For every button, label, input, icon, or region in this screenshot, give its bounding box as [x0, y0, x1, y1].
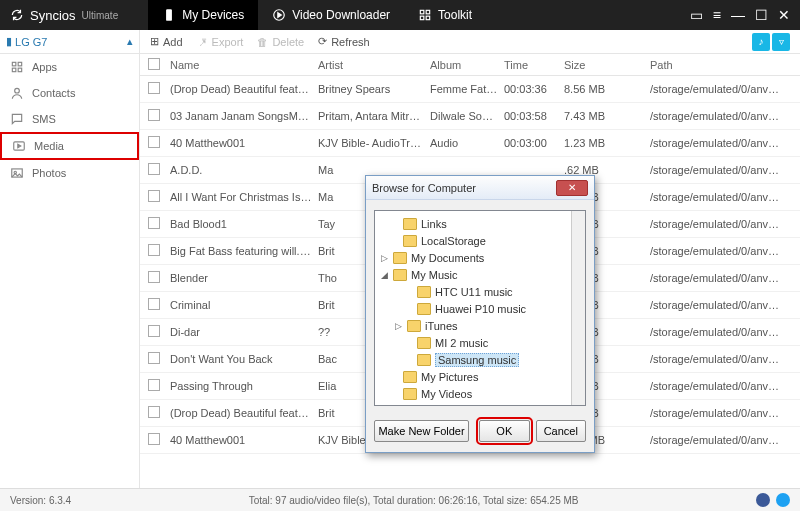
- tree-node-links[interactable]: Links: [377, 215, 583, 232]
- tree-node-mymusic[interactable]: ◢My Music: [377, 266, 583, 283]
- tree-node-htc[interactable]: HTC U11 music: [377, 283, 583, 300]
- tree-node-mydocuments[interactable]: ▷My Documents: [377, 249, 583, 266]
- tree-scrollbar[interactable]: [571, 211, 585, 405]
- music-view-icon[interactable]: ♪: [752, 33, 770, 51]
- social-icons: [756, 493, 790, 507]
- row-checkbox[interactable]: [148, 136, 160, 148]
- collapse-icon[interactable]: ◢: [379, 270, 389, 280]
- tree-node-savedgames[interactable]: ▷Saved Games: [377, 402, 583, 406]
- folder-icon: [407, 320, 421, 332]
- row-checkbox[interactable]: [148, 379, 160, 391]
- table-row[interactable]: 03 Janam Janam SongsMp3.ComPritam, Antar…: [140, 103, 800, 130]
- ok-button[interactable]: OK: [479, 420, 529, 442]
- dialog-titlebar[interactable]: Browse for Computer ✕: [366, 176, 594, 200]
- col-time[interactable]: Time: [504, 59, 564, 71]
- row-checkbox[interactable]: [148, 217, 160, 229]
- tree-node-localstorage[interactable]: LocalStorage: [377, 232, 583, 249]
- window-controls: ▭ ≡ — ☐ ✕: [690, 7, 790, 23]
- video-view-icon[interactable]: ▿: [772, 33, 790, 51]
- tree-node-myvideos[interactable]: My Videos: [377, 385, 583, 402]
- dialog-buttons: Make New Folder OK Cancel: [366, 414, 594, 452]
- refresh-icon: ⟳: [318, 35, 327, 48]
- row-checkbox[interactable]: [148, 109, 160, 121]
- apps-icon: [10, 60, 24, 74]
- folder-icon: [403, 218, 417, 230]
- tab-toolkit[interactable]: Toolkit: [404, 0, 486, 30]
- sidebar-item-sms[interactable]: SMS: [0, 106, 139, 132]
- cell-name: (Drop Dead) Beautiful featuring S...: [170, 83, 318, 95]
- tree-node-mi2[interactable]: MI 2 music: [377, 334, 583, 351]
- select-all-checkbox[interactable]: [148, 58, 160, 70]
- col-path[interactable]: Path: [650, 59, 792, 71]
- svg-rect-3: [426, 10, 430, 14]
- folder-icon: [393, 269, 407, 281]
- sidebar-item-media[interactable]: Media: [0, 132, 139, 160]
- cell-name: A.D.D.: [170, 164, 318, 176]
- add-button[interactable]: ⊞Add: [150, 35, 183, 48]
- delete-label: Delete: [272, 36, 304, 48]
- expand-icon[interactable]: ▷: [393, 321, 403, 331]
- row-checkbox[interactable]: [148, 244, 160, 256]
- refresh-label: Refresh: [331, 36, 370, 48]
- expand-icon[interactable]: ▷: [379, 406, 389, 407]
- trash-icon: 🗑: [257, 36, 268, 48]
- dialog-close-button[interactable]: ✕: [556, 180, 588, 196]
- cell-time: 00:03:36: [504, 83, 564, 95]
- svg-rect-2: [420, 10, 424, 14]
- tree-node-mypictures[interactable]: My Pictures: [377, 368, 583, 385]
- table-row[interactable]: 40 Matthew001KJV Bible- AudioTrea...Audi…: [140, 130, 800, 157]
- row-checkbox[interactable]: [148, 298, 160, 310]
- expand-icon[interactable]: ▷: [379, 253, 389, 263]
- tab-my-devices[interactable]: My Devices: [148, 0, 258, 30]
- cell-time: 00:03:58: [504, 110, 564, 122]
- menu-icon[interactable]: ≡: [713, 7, 721, 23]
- row-checkbox[interactable]: [148, 325, 160, 337]
- tree-node-samsung[interactable]: Samsung music: [377, 351, 583, 368]
- cell-path: /storage/emulated/0/anvSyncDr...: [650, 353, 792, 365]
- facebook-icon[interactable]: [756, 493, 770, 507]
- row-checkbox[interactable]: [148, 163, 160, 175]
- browse-dialog: Browse for Computer ✕ Links LocalStorage…: [365, 175, 595, 453]
- tree-node-itunes[interactable]: ▷iTunes: [377, 317, 583, 334]
- cell-path: /storage/emulated/0/anvSyncDr...: [650, 110, 792, 122]
- tab-video-downloader[interactable]: Video Downloader: [258, 0, 404, 30]
- col-album[interactable]: Album: [430, 59, 504, 71]
- row-checkbox[interactable]: [148, 352, 160, 364]
- delete-button[interactable]: 🗑Delete: [257, 36, 304, 48]
- tree-node-huawei[interactable]: Huawei P10 music: [377, 300, 583, 317]
- folder-tree: Links LocalStorage ▷My Documents ◢My Mus…: [374, 210, 586, 406]
- cell-name: (Drop Dead) Beautiful featuring S...: [170, 407, 318, 419]
- tree-label: Samsung music: [435, 353, 519, 367]
- toolbar: ⊞Add ⭷Export 🗑Delete ⟳Refresh ♪ ▿: [140, 30, 800, 54]
- row-checkbox[interactable]: [148, 82, 160, 94]
- cell-name: Criminal: [170, 299, 318, 311]
- folder-icon: [417, 337, 431, 349]
- make-new-folder-button[interactable]: Make New Folder: [374, 420, 469, 442]
- cell-name: 03 Janam Janam SongsMp3.Com: [170, 110, 318, 122]
- table-row[interactable]: (Drop Dead) Beautiful featuring S...Brit…: [140, 76, 800, 103]
- chat-icon[interactable]: ▭: [690, 7, 703, 23]
- svg-rect-8: [12, 68, 16, 72]
- export-button[interactable]: ⭷Export: [197, 36, 244, 48]
- row-checkbox[interactable]: [148, 433, 160, 445]
- row-checkbox[interactable]: [148, 190, 160, 202]
- row-checkbox[interactable]: [148, 406, 160, 418]
- cancel-button[interactable]: Cancel: [536, 420, 586, 442]
- version-label: Version: 6.3.4: [10, 495, 71, 506]
- sidebar-item-photos[interactable]: Photos: [0, 160, 139, 186]
- sidebar-item-contacts[interactable]: Contacts: [0, 80, 139, 106]
- col-size[interactable]: Size: [564, 59, 650, 71]
- row-checkbox[interactable]: [148, 271, 160, 283]
- refresh-button[interactable]: ⟳Refresh: [318, 35, 370, 48]
- close-icon[interactable]: ✕: [778, 7, 790, 23]
- cell-album: Femme Fatale: [430, 83, 504, 95]
- cell-path: /storage/emulated/0/anvSyncDr...: [650, 218, 792, 230]
- col-artist[interactable]: Artist: [318, 59, 430, 71]
- col-name[interactable]: Name: [170, 59, 318, 71]
- maximize-icon[interactable]: ☐: [755, 7, 768, 23]
- app-name: Syncios: [30, 8, 76, 23]
- minimize-icon[interactable]: —: [731, 7, 745, 23]
- twitter-icon[interactable]: [776, 493, 790, 507]
- device-selector[interactable]: ▮ LG G7 ▴: [0, 30, 139, 54]
- sidebar-item-apps[interactable]: Apps: [0, 54, 139, 80]
